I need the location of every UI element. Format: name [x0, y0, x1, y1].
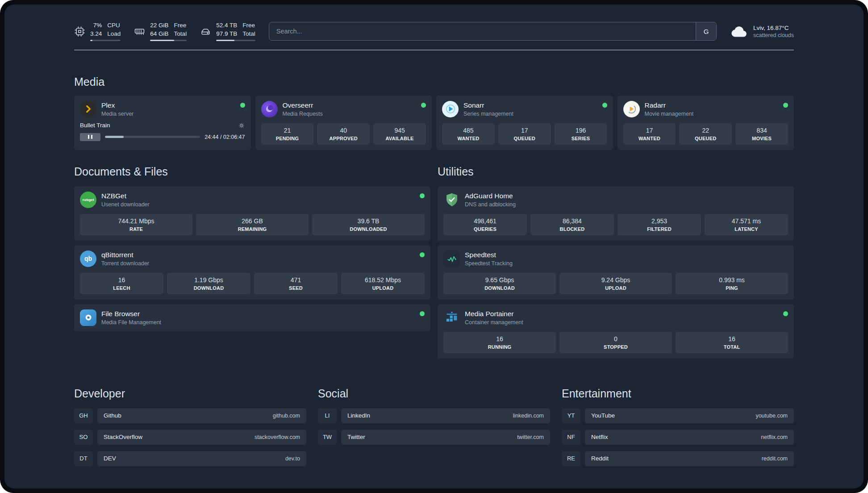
stat: 17 QUEUED: [498, 123, 551, 145]
search-provider-button[interactable]: G: [696, 22, 716, 40]
app-subtitle: Media server: [101, 111, 134, 117]
plex-icon: [80, 101, 96, 117]
weather-widget: Lviv, 16.87°C scattered clouds: [730, 22, 794, 40]
bookmark-twitter[interactable]: TW Twitter twitter.com: [318, 430, 550, 445]
card-filebrowser[interactable]: File Browser Media File Management: [74, 304, 430, 331]
cpu-percent: 7%: [90, 21, 102, 29]
stat: 2,953 FILTERED: [618, 214, 701, 235]
stat-value: 17: [500, 127, 549, 134]
gear-icon[interactable]: [238, 122, 245, 129]
stat-value: 196: [556, 127, 605, 134]
disk-widget: 52.4 TB Free 97.9 TB Total: [200, 21, 255, 41]
stat-label: REMAINING: [198, 226, 307, 232]
bookmark-url: linkedin.com: [513, 413, 544, 419]
stat-value: 39.6 TB: [314, 217, 423, 225]
stat-label: QUEUED: [681, 136, 730, 141]
section-title-documents: Documents & Files: [74, 165, 430, 178]
stat: 86,384 BLOCKED: [530, 214, 614, 235]
stat-value: 16: [445, 335, 554, 343]
bookmark-url: twitter.com: [517, 434, 544, 440]
stat-label: LEECH: [82, 285, 162, 291]
stat: 618.52 Mbps UPLOAD: [341, 273, 425, 294]
stat: 17 WANTED: [623, 123, 676, 145]
bookmark-youtube[interactable]: YT YouTube youtube.com: [562, 408, 794, 423]
stat-label: SERIES: [556, 136, 605, 141]
bookmark-stackoverflow[interactable]: SO StackOverflow stackoverflow.com: [74, 430, 306, 445]
card-qbittorrent[interactable]: qb qBittorrent Torrent downloader 16 LEE…: [74, 245, 430, 300]
stat-value: 16: [82, 276, 162, 284]
card-nzbget[interactable]: nzbget NZBGet Usenet downloader 744.21 M…: [74, 186, 430, 241]
portainer-icon: [443, 309, 460, 326]
disk-total-label: Total: [242, 30, 255, 38]
stat-value: 0.993 ms: [677, 276, 786, 284]
card-sonarr[interactable]: Sonarr Series management 485 WANTED 17 Q…: [436, 96, 613, 150]
section-title-utilities: Utilities: [438, 165, 794, 178]
radarr-icon: [623, 101, 640, 117]
stat-label: PENDING: [263, 136, 312, 141]
stat-label: PING: [677, 285, 786, 291]
app-name: Media Portainer: [465, 310, 523, 318]
playback-time: 24:44 / 02:06:47: [204, 134, 245, 140]
status-dot: [420, 193, 425, 198]
stat: 196 SERIES: [555, 123, 607, 145]
cpu-load-label: Load: [107, 30, 121, 38]
stat-value: 0: [561, 335, 670, 343]
stat-value: 1.19 Gbps: [169, 276, 249, 284]
now-playing-widget: Bullet Train 24:44 / 02:06:47: [80, 122, 245, 141]
bookmark-netflix[interactable]: NF Netflix netflix.com: [562, 430, 794, 445]
stat-value: 498,461: [445, 217, 525, 225]
bookmark-name: Reddit: [591, 455, 609, 462]
stat-label: LATENCY: [706, 226, 786, 232]
memory-total: 64 GiB: [150, 30, 168, 38]
stat: 266 GB REMAINING: [196, 214, 309, 235]
card-radarr[interactable]: Radarr Movie management 17 WANTED 22 QUE…: [618, 96, 794, 150]
stat-label: QUEUED: [500, 136, 549, 141]
app-name: Overseerr: [283, 101, 323, 109]
stat-value: 266 GB: [198, 217, 307, 225]
bookmark-url: dev.to: [285, 455, 300, 462]
bookmark-group-entertainment: Entertainment YT YouTube youtube.com NF …: [562, 387, 794, 466]
bookmark-name: DEV: [104, 455, 116, 462]
card-plex[interactable]: Plex Media server Bullet Train: [74, 96, 251, 150]
speedtest-icon: [443, 251, 460, 267]
stat-label: FILTERED: [619, 226, 699, 232]
stat-label: SEED: [256, 285, 336, 291]
app-name: Speedtest: [465, 251, 513, 259]
card-portainer[interactable]: Media Portainer Container management 16 …: [438, 304, 794, 359]
cpu-label: CPU: [107, 21, 121, 29]
pause-button[interactable]: [80, 133, 100, 141]
stat: 945 AVAILABLE: [373, 123, 426, 145]
app-subtitle: Movie management: [645, 111, 694, 117]
search-input[interactable]: [269, 22, 696, 40]
bookmark-dev[interactable]: DT DEV dev.to: [74, 451, 306, 466]
section-title-media: Media: [74, 75, 794, 88]
card-speedtest[interactable]: Speedtest Speedtest Tracking 9.65 Gbps D…: [438, 245, 794, 300]
stat: 47.571 ms LATENCY: [705, 214, 788, 235]
bookmark-linkedin[interactable]: LI LinkedIn linkedin.com: [318, 408, 550, 423]
card-overseerr[interactable]: Overseerr Media Requests 21 PENDING 40 A…: [255, 96, 432, 150]
card-adguard[interactable]: AdGuard Home DNS and adblocking 498,461 …: [438, 186, 794, 241]
bookmark-name: LinkedIn: [347, 412, 370, 419]
bookmark-url: reddit.com: [762, 455, 788, 462]
cpu-icon: [74, 26, 85, 37]
bookmark-github[interactable]: GH Github github.com: [74, 408, 306, 423]
stat: 485 WANTED: [442, 123, 495, 145]
qbittorrent-icon-text: qb: [84, 255, 92, 262]
app-subtitle: Container management: [465, 319, 523, 326]
stat-label: DOWNLOAD: [169, 285, 249, 291]
bookmark-abbr: YT: [562, 408, 580, 423]
stat-value: 945: [375, 127, 424, 134]
app-subtitle: DNS and adblocking: [465, 201, 516, 208]
stat-value: 485: [444, 127, 493, 134]
stat: 16 RUNNING: [443, 332, 556, 353]
filebrowser-icon: [80, 309, 96, 326]
app-name: Plex: [101, 101, 134, 109]
stat-label: APPROVED: [319, 136, 368, 141]
stat: 471 SEED: [254, 273, 338, 294]
playback-progress-bar[interactable]: [105, 136, 200, 138]
cloud-icon: [730, 22, 748, 40]
stat-value: 40: [319, 127, 368, 134]
stat-value: 2,953: [619, 217, 699, 225]
bookmark-reddit[interactable]: RE Reddit reddit.com: [562, 451, 794, 466]
bookmark-url: stackoverflow.com: [255, 434, 300, 440]
